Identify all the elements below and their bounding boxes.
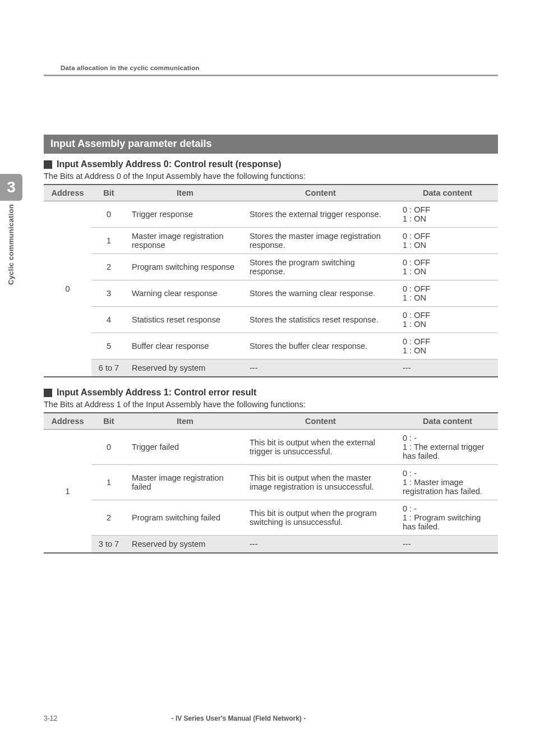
cell-content: Stores the warning clear response. bbox=[244, 280, 397, 307]
cell-content: This bit is output when the master image… bbox=[244, 465, 397, 500]
th-item: Item bbox=[126, 413, 244, 430]
cell-data: 0 : - 1 : Program switching has failed. bbox=[397, 500, 498, 536]
cell-content: This bit is output when the external tri… bbox=[244, 430, 397, 465]
th-address: Address bbox=[44, 413, 91, 430]
cell-content: Stores the statistics reset response. bbox=[244, 307, 397, 333]
cell-bit: 4 bbox=[91, 307, 126, 333]
cell-data: 0 : OFF 1 : ON bbox=[397, 333, 498, 359]
table-row: 00Trigger responseStores the external tr… bbox=[44, 201, 498, 228]
th-address: Address bbox=[44, 185, 91, 201]
cell-data: 0 : - 1 : The external trigger has faile… bbox=[397, 430, 498, 465]
cell-content: This bit is output when the program swit… bbox=[244, 500, 397, 536]
cell-content: --- bbox=[244, 536, 397, 554]
th-content: Content bbox=[244, 413, 397, 430]
table-header-row: Address Bit Item Content Data content bbox=[44, 413, 498, 430]
th-item: Item bbox=[126, 185, 244, 201]
cell-item: Trigger response bbox=[126, 201, 244, 228]
cell-address: 0 bbox=[44, 201, 91, 377]
cell-item: Warning clear response bbox=[126, 280, 244, 307]
square-bullet-icon bbox=[44, 389, 52, 397]
cell-item: Buffer clear response bbox=[126, 333, 244, 359]
table-address-0: Address Bit Item Content Data content 00… bbox=[44, 184, 498, 377]
cell-item: Statistics reset response bbox=[126, 307, 244, 333]
cell-item: Master image registration failed bbox=[126, 465, 244, 500]
th-content: Content bbox=[244, 185, 397, 201]
cell-content: --- bbox=[244, 359, 397, 377]
th-data: Data content bbox=[397, 185, 498, 201]
cell-data: 0 : OFF 1 : ON bbox=[397, 201, 498, 228]
cell-content: Stores the external trigger response. bbox=[244, 201, 397, 228]
page-content: Input Assembly parameter details Input A… bbox=[44, 135, 498, 564]
cell-bit: 6 to 7 bbox=[91, 359, 126, 377]
header-rule bbox=[44, 75, 498, 76]
th-bit: Bit bbox=[91, 413, 126, 430]
chapter-label: Cyclic communication bbox=[7, 204, 15, 285]
cell-address: 1 bbox=[44, 430, 91, 554]
cell-bit: 3 bbox=[91, 280, 126, 307]
table-row: 1Master image registration responseStore… bbox=[44, 228, 498, 254]
cell-data: 0 : OFF 1 : ON bbox=[397, 228, 498, 254]
heading-2: Input Assembly Address 1: Control error … bbox=[57, 388, 256, 398]
table-row: 2Program switching responseStores the pr… bbox=[44, 254, 498, 280]
cell-data: 0 : OFF 1 : ON bbox=[397, 254, 498, 280]
cell-data: 0 : OFF 1 : ON bbox=[397, 280, 498, 307]
cell-item: Program switching failed bbox=[126, 500, 244, 536]
table-row: 3 to 7Reserved by system------ bbox=[44, 536, 498, 554]
cell-bit: 0 bbox=[91, 430, 126, 465]
breadcrumb: Data allocation in the cyclic communicat… bbox=[61, 64, 200, 71]
table-row: 3Warning clear responseStores the warnin… bbox=[44, 280, 498, 307]
table-row: 1Master image registration failedThis bi… bbox=[44, 465, 498, 500]
cell-item: Trigger failed bbox=[126, 430, 244, 465]
cell-item: Reserved by system bbox=[126, 359, 244, 377]
desc-1: The Bits at Address 0 of the Input Assem… bbox=[44, 172, 498, 181]
cell-bit: 2 bbox=[91, 500, 126, 536]
cell-item: Master image registration response bbox=[126, 228, 244, 254]
cell-bit: 3 to 7 bbox=[91, 536, 126, 554]
page-footer: 3-12 - IV Series User's Manual (Field Ne… bbox=[44, 714, 498, 722]
page-number: 3-12 bbox=[44, 714, 57, 722]
cell-data: 0 : OFF 1 : ON bbox=[397, 307, 498, 333]
chapter-number: 3 bbox=[0, 174, 22, 201]
cell-bit: 5 bbox=[91, 333, 126, 359]
cell-data: 0 : - 1 : Master image registration has … bbox=[397, 465, 498, 500]
cell-content: Stores the buffer clear response. bbox=[244, 333, 397, 359]
cell-content: Stores the program switching response. bbox=[244, 254, 397, 280]
table-address-1: Address Bit Item Content Data content 10… bbox=[44, 412, 498, 554]
square-bullet-icon bbox=[44, 160, 52, 169]
cell-bit: 0 bbox=[91, 201, 126, 228]
cell-data: --- bbox=[397, 536, 498, 554]
th-data: Data content bbox=[397, 413, 498, 430]
table-row: 6 to 7Reserved by system------ bbox=[44, 359, 498, 377]
heading-1: Input Assembly Address 0: Control result… bbox=[57, 159, 282, 169]
table-row: 5Buffer clear responseStores the buffer … bbox=[44, 333, 498, 359]
table-row: 4Statistics reset responseStores the sta… bbox=[44, 307, 498, 333]
section-banner: Input Assembly parameter details bbox=[44, 135, 498, 154]
cell-bit: 1 bbox=[91, 465, 126, 500]
table-row: 10Trigger failedThis bit is output when … bbox=[44, 430, 498, 465]
cell-item: Program switching response bbox=[126, 254, 244, 280]
heading-row-2: Input Assembly Address 1: Control error … bbox=[44, 388, 498, 398]
th-bit: Bit bbox=[91, 185, 126, 201]
cell-data: --- bbox=[397, 359, 498, 377]
manual-title: - IV Series User's Manual (Field Network… bbox=[59, 714, 418, 722]
table-header-row: Address Bit Item Content Data content bbox=[44, 185, 498, 201]
desc-2: The Bits at Address 1 of the Input Assem… bbox=[44, 400, 498, 409]
heading-row-1: Input Assembly Address 0: Control result… bbox=[44, 159, 498, 169]
cell-content: Stores the master image registration res… bbox=[244, 228, 397, 254]
cell-bit: 1 bbox=[91, 228, 126, 254]
cell-bit: 2 bbox=[91, 254, 126, 280]
cell-item: Reserved by system bbox=[126, 536, 244, 554]
table-row: 2Program switching failedThis bit is out… bbox=[44, 500, 498, 536]
chapter-tab: 3 Cyclic communication bbox=[0, 174, 22, 287]
